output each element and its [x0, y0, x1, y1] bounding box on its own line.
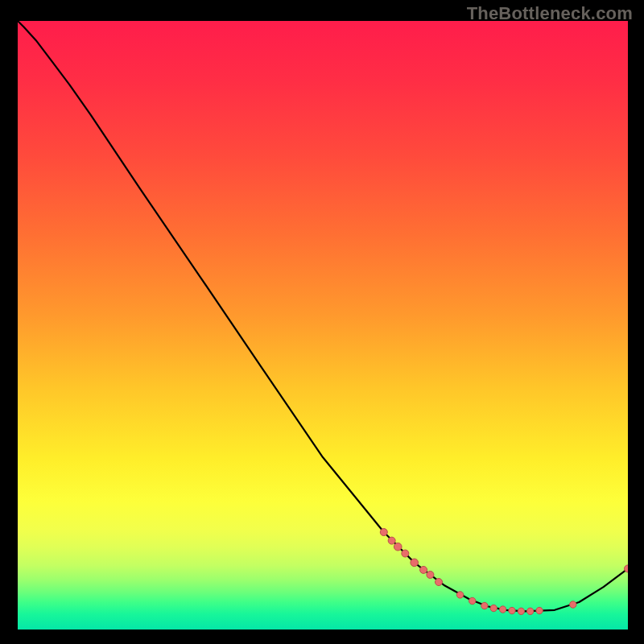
- gradient-background: [18, 21, 628, 630]
- chart-svg: [18, 21, 628, 630]
- data-marker: [509, 607, 515, 613]
- plot-area: [18, 21, 628, 630]
- data-marker: [625, 565, 629, 572]
- data-marker: [380, 529, 387, 536]
- data-marker: [570, 601, 576, 608]
- data-marker: [481, 602, 488, 609]
- data-marker: [388, 537, 395, 544]
- data-marker: [436, 579, 443, 586]
- data-marker: [518, 608, 524, 614]
- data-marker: [469, 597, 476, 604]
- chart-container: TheBottleneck.com: [0, 0, 644, 644]
- data-marker: [536, 607, 543, 613]
- data-marker: [490, 605, 497, 611]
- data-marker: [420, 566, 427, 573]
- data-marker: [394, 543, 402, 551]
- data-marker: [402, 550, 409, 557]
- data-marker: [427, 571, 434, 578]
- data-marker: [527, 608, 534, 614]
- data-marker: [499, 606, 506, 613]
- data-marker: [411, 559, 419, 567]
- data-marker: [456, 592, 463, 598]
